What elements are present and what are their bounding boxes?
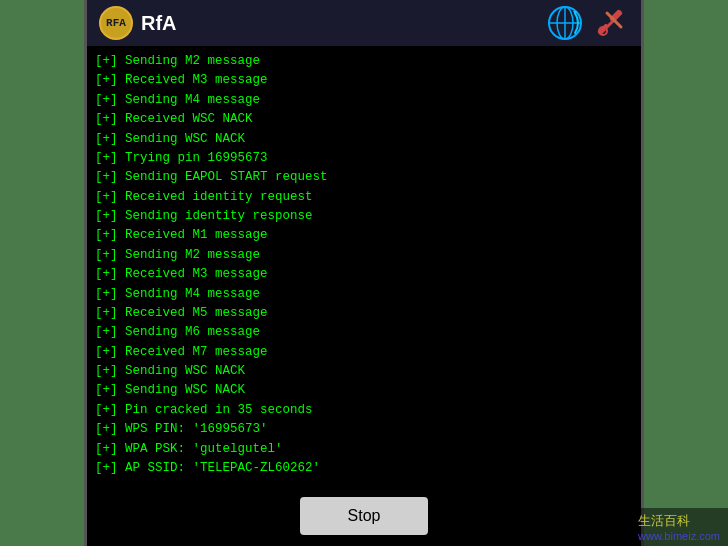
rfa-logo: RFA xyxy=(99,6,133,40)
log-line: [+] WPA PSK: 'gutelgutel' xyxy=(95,440,633,459)
log-line: [+] Received M3 message xyxy=(95,71,633,90)
log-line: [+] Received M3 message xyxy=(95,265,633,284)
title-left: RFA RfA xyxy=(99,6,177,40)
log-line: [+] Received M5 message xyxy=(95,304,633,323)
watermark-url: www.bimeiz.com xyxy=(638,530,720,542)
logo-text: RFA xyxy=(106,17,126,29)
log-line: [+] Pin cracked in 35 seconds xyxy=(95,401,633,420)
watermark-text: 生活百科 xyxy=(638,512,720,530)
watermark: 生活百科 www.bimeiz.com xyxy=(630,508,728,546)
tools-icon xyxy=(593,5,629,41)
title-icons xyxy=(547,5,629,41)
log-line: [+] Received identity request xyxy=(95,188,633,207)
log-line: [+] WPS PIN: '16995673' xyxy=(95,420,633,439)
log-line: [+] Sending M2 message xyxy=(95,52,633,71)
log-line: [+] Sending M6 message xyxy=(95,323,633,342)
log-line: [+] AP SSID: 'TELEPAC-ZL60262' xyxy=(95,459,633,478)
stop-button[interactable]: Stop xyxy=(300,497,429,535)
log-line: [+] Trying pin 16995673 xyxy=(95,149,633,168)
log-line: [+] Sending identity response xyxy=(95,207,633,226)
phone-frame: RFA RfA xyxy=(84,0,644,546)
terminal-area: [+] Sending M2 message[+] Received M3 me… xyxy=(87,46,641,486)
log-line: [+] Received M7 message xyxy=(95,343,633,362)
log-line: [+] Received M1 message xyxy=(95,226,633,245)
log-line: [+] Sending M2 message xyxy=(95,246,633,265)
app-title: RfA xyxy=(141,12,177,35)
log-line: [+] Sending WSC NACK xyxy=(95,362,633,381)
log-line: [+] Received WSC NACK xyxy=(95,110,633,129)
bottom-bar: Stop xyxy=(87,486,641,546)
title-bar: RFA RfA xyxy=(87,0,641,46)
log-line: [+] Sending WSC NACK xyxy=(95,381,633,400)
log-line: [+] Sending M4 message xyxy=(95,91,633,110)
log-line: [+] Sending WSC NACK xyxy=(95,130,633,149)
log-line: [+] Sending EAPOL START request xyxy=(95,168,633,187)
log-line: [+] Sending M4 message xyxy=(95,285,633,304)
globe-icon xyxy=(547,5,583,41)
